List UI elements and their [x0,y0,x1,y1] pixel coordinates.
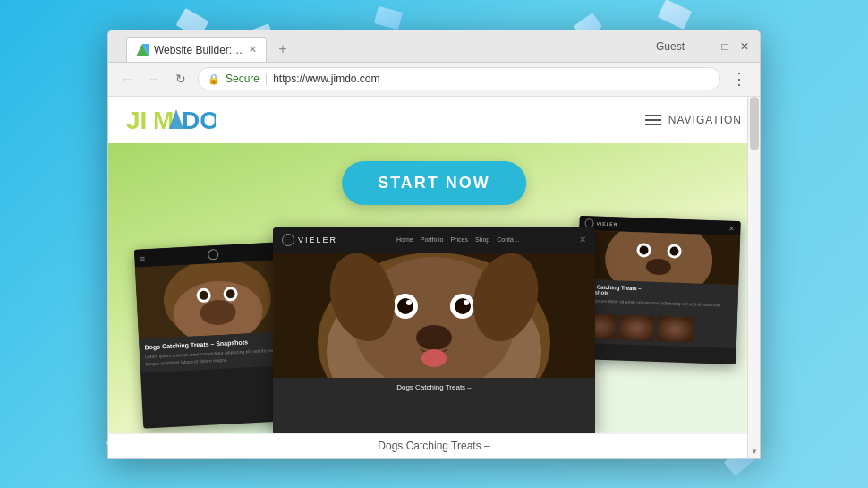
mockup-left-hamburger-icon: ≡ [140,253,145,262]
mockup-center-dog-svg [273,253,595,378]
mockup-right: VIELER ✕ [574,215,740,364]
mockup-center-logo-text: VIELER [298,235,337,244]
svg-point-20 [397,298,413,314]
mockup-right-title: Dogs Catching Treats –Snapshots [582,284,734,300]
address-bar: ← → ↻ 🔒 Secure | https://www.jimdo.com ⋮ [108,63,760,97]
tab-title: Website Builder: Create a [154,44,243,56]
navigation-label: NAVIGATION [668,114,742,126]
site-header: JI M DO NAVIGATION [108,97,760,143]
caption-text: Dogs Catching Treats – [378,440,489,452]
title-bar: Website Builder: Create a ✕ + Guest — □ … [108,30,760,63]
mockup-center-nav: Home Portfolio Prices Shop Conta… [396,236,520,243]
svg-point-29 [604,229,714,284]
svg-text:M: M [153,107,174,134]
new-tab-button[interactable]: + [270,37,295,62]
tab-favicon-icon [136,44,149,56]
url-bar[interactable]: 🔒 Secure | https://www.jimdo.com [198,67,720,90]
tabs-area: Website Builder: Create a ✕ + [117,30,295,62]
window-controls: Guest — □ ✕ [656,30,751,63]
svg-point-23 [464,300,469,305]
mockup-center-logo-circle [282,234,294,246]
mockup-center-close-icon: ✕ [579,235,586,244]
url-text: https://www.jimdo.com [273,73,379,85]
refresh-button[interactable]: ↻ [171,69,191,89]
browser-menu-button[interactable]: ⋮ [728,69,751,89]
active-tab[interactable]: Website Builder: Create a ✕ [126,37,267,62]
scrollbar[interactable]: ▲ ▼ [747,97,760,458]
start-now-button[interactable]: START NOW [342,161,526,205]
scrollbar-down-button[interactable]: ▼ [748,446,760,458]
jimdo-logo: JI M DO [126,104,216,136]
nav-area[interactable]: NAVIGATION [645,114,742,126]
tab-close-icon[interactable]: ✕ [249,44,257,56]
mockup-right-close-icon: ✕ [728,224,735,232]
hamburger-menu-button[interactable] [645,115,661,125]
mockup-right-image [577,229,740,284]
back-button[interactable]: ← [117,69,137,89]
mockup-nav-portfolio: Portfolio [421,236,444,243]
mockup-nav-contact: Conta… [497,236,520,243]
mockup-center: VIELER Home Portfolio Prices Shop Conta…… [273,227,595,433]
svg-point-21 [455,298,471,314]
logo-svg: JI M DO [126,104,216,136]
hero-section: START NOW ≡ ⋮ [108,143,760,433]
mockup-center-header: VIELER Home Portfolio Prices Shop Conta…… [273,227,595,253]
mockup-nav-shop: Shop [475,236,489,243]
scrollbar-thumb[interactable] [750,97,759,150]
mockup-center-caption: Dogs Catching Treats – [273,378,595,397]
maximize-button[interactable]: □ [719,40,731,53]
mockup-center-logo-area: VIELER [282,234,337,246]
mockup-right-content: Dogs Catching Treats –Snapshots Lorem ip… [575,278,738,347]
mockup-left-logo-circle [208,248,219,260]
mockup-nav-prices: Prices [450,236,467,243]
mockup-left-logo [208,248,219,260]
mockup-right-thumb-2 [618,314,655,340]
close-button[interactable]: ✕ [738,40,751,53]
mockup-right-body: Lorem ipsum dolor sit amet consectetur a… [581,297,733,315]
mockup-nav-home: Home [396,236,413,243]
mockup-center-image [273,253,595,378]
mockup-right-thumbnails [580,313,733,344]
svg-text:DO: DO [182,107,216,134]
mockups-container: ≡ ⋮ [210,210,658,433]
browser-window: Website Builder: Create a ✕ + Guest — □ … [107,30,761,459]
site-caption-bar: Dogs Catching Treats – [108,433,760,458]
minimize-button[interactable]: — [699,40,711,53]
svg-point-25 [421,349,447,367]
secure-label: Secure [226,73,260,85]
page-content: JI M DO NAVIGATION START [108,97,760,458]
mockup-right-dog-svg [577,229,740,284]
guest-label: Guest [656,40,685,53]
forward-button[interactable]: → [144,69,164,89]
svg-text:JI: JI [126,107,147,134]
svg-point-22 [406,300,412,305]
svg-point-24 [416,325,452,350]
mockup-right-logo-circle [584,218,593,227]
url-divider: | [265,73,268,85]
secure-lock-icon: 🔒 [208,73,220,85]
mockup-right-logo-text: VIELER [596,220,617,227]
mockup-right-thumb-3 [657,316,694,342]
